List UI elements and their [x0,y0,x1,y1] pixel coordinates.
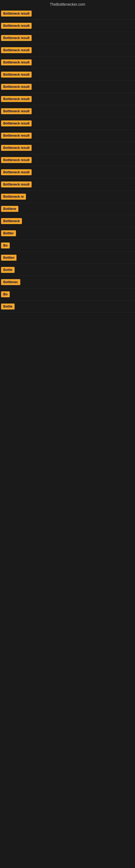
result-row: Bottle [0,301,135,313]
bottleneck-badge[interactable]: Bottleneck result [1,169,32,175]
bottleneck-badge[interactable]: Bottleneck result [1,47,32,53]
bottleneck-badge[interactable]: Bottleneck result [1,10,32,17]
bottleneck-badge[interactable]: Bottle [1,304,14,310]
result-row: Bottleneck result [0,81,135,93]
bottleneck-badge[interactable]: Bottleneck result [1,96,32,102]
result-row: Bottleneck result [0,56,135,69]
result-row: Bottlenec [0,276,135,288]
bottleneck-badge[interactable]: Bottleneck [1,218,22,224]
result-row: Bottleneck result [0,154,135,166]
result-row: Bottleneck re [0,191,135,203]
bottleneck-badge[interactable]: Bottleneck re [1,194,26,199]
results-list: Bottleneck resultBottleneck resultBottle… [0,8,135,313]
bottleneck-badge[interactable]: Bottleneck result [1,157,32,163]
bottleneck-badge[interactable]: Bottler [1,230,16,236]
result-row: Bottleneck result [0,20,135,32]
result-row: Bottleneck result [0,179,135,191]
site-title: TheBottlenecker.com [0,0,135,8]
result-row: Bottleneck result [0,69,135,81]
result-row: Bottler [0,227,135,240]
result-row: Bottleneck result [0,166,135,179]
bottleneck-badge[interactable]: Bo [1,291,10,297]
bottleneck-badge[interactable]: Bottleneck result [1,133,32,138]
result-row: Bottlene [0,203,135,215]
result-row: Bottleneck result [0,44,135,56]
bottleneck-badge[interactable]: Bottleneck result [1,23,32,29]
bottleneck-badge[interactable]: Bottle [1,267,14,273]
result-row: Bottleneck result [0,118,135,130]
result-row: Bottle [0,264,135,276]
result-row: Bo [0,288,135,301]
result-row: Bottleneck [0,215,135,227]
bottleneck-badge[interactable]: Bottleneck result [1,59,32,65]
bottleneck-badge[interactable]: Bottleneck result [1,145,32,151]
result-row: Bottleneck result [0,130,135,142]
bottleneck-badge[interactable]: Bottleneck result [1,84,32,90]
bottleneck-badge[interactable]: Bottlene [1,206,18,212]
bottleneck-badge[interactable]: Bottleneck result [1,182,32,187]
result-row: Bottleneck result [0,93,135,105]
result-row: Bottleneck result [0,105,135,118]
bottleneck-badge[interactable]: Bottlenec [1,279,20,285]
bottleneck-badge[interactable]: Bottleneck result [1,120,32,126]
bottleneck-badge[interactable]: Bottleneck result [1,72,32,78]
bottleneck-badge[interactable]: Bottleneck result [1,35,32,41]
bottleneck-badge[interactable]: Bo [1,243,10,248]
bottleneck-badge[interactable]: Bottlen [1,255,16,261]
result-row: Bottlen [0,252,135,264]
site-title-bar: TheBottlenecker.com [0,0,135,8]
bottleneck-badge[interactable]: Bottleneck result [1,108,32,114]
result-row: Bo [0,240,135,252]
result-row: Bottleneck result [0,32,135,44]
result-row: Bottleneck result [0,142,135,154]
result-row: Bottleneck result [0,8,135,20]
